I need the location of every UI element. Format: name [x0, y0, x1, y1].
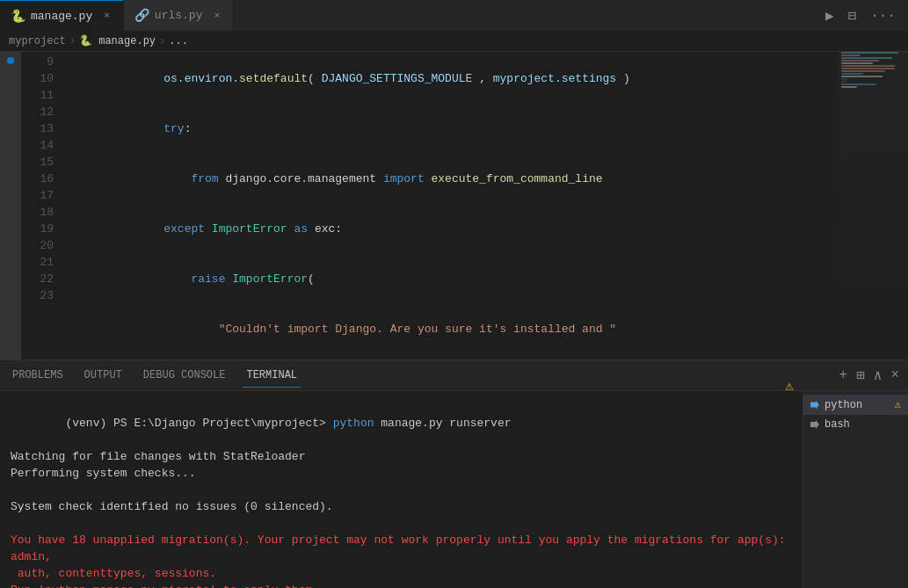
line-num-12: 12: [28, 104, 54, 120]
mini-line-9: [841, 73, 863, 75]
code-line-13: raise ImportError(: [68, 254, 838, 304]
mini-line-7: [841, 68, 895, 69]
code-line-11: from django.core.management import execu…: [68, 154, 838, 204]
minimap: [838, 52, 908, 359]
more-actions-icon[interactable]: ···: [867, 6, 899, 25]
breadcrumb: myproject › 🐍 manage.py › ...: [0, 31, 908, 52]
line-num-16: 16: [28, 171, 54, 187]
line-num-10: 10: [28, 70, 54, 87]
activity-bar: [0, 52, 21, 359]
terminal-warning-badge: ⚠: [895, 398, 901, 411]
tab-close-urls[interactable]: ×: [211, 10, 222, 22]
line-num-17: 17: [28, 187, 54, 204]
panel: PROBLEMS OUTPUT DEBUG CONSOLE TERMINAL +…: [0, 359, 908, 588]
split-icon[interactable]: ⊟: [845, 5, 861, 26]
terminal-line-2: Performing system checks...: [11, 465, 792, 482]
tab-close-manage[interactable]: ×: [101, 10, 113, 22]
mini-line-11: [841, 78, 847, 80]
line-num-9: 9: [28, 54, 54, 70]
tab-label-manage: manage.py: [31, 10, 92, 23]
terminal-sidebar-python-label: python: [824, 399, 862, 411]
panel-close-btn[interactable]: ×: [890, 367, 899, 383]
terminal-sidebar-bash-label: bash: [824, 418, 850, 431]
mini-line-8: [841, 70, 885, 72]
tab-debug-console[interactable]: DEBUG CONSOLE: [140, 364, 229, 388]
terminal-warning-icon: ⚠: [785, 391, 794, 395]
breadcrumb-sep-2: ›: [159, 35, 165, 47]
code-line-12: except ImportError as exc:: [68, 204, 838, 254]
code-line-10: try:: [68, 104, 838, 154]
mini-line-2: [841, 54, 861, 56]
code-line-9: os.environ.setdefault( DJANGO_SETTINGS_M…: [68, 54, 838, 104]
python-file-icon: 🐍: [11, 9, 25, 24]
line-num-15: 15: [28, 154, 54, 171]
tab-urls-py[interactable]: 🔗 urls.py ×: [124, 0, 234, 31]
terminal-sidebar-item-bash[interactable]: bash: [803, 415, 908, 434]
breadcrumb-more[interactable]: ...: [169, 35, 188, 47]
terminal-line-7: auth, contenttypes, sessions.: [11, 565, 792, 582]
tab-problems[interactable]: PROBLEMS: [9, 364, 67, 388]
terminal-command-keyword: python: [333, 417, 374, 430]
code-line-15: "available on your PYTHONPATH environmen…: [68, 354, 838, 359]
run-icon[interactable]: ▶: [822, 5, 838, 26]
panel-chevron-up-btn[interactable]: ∧: [874, 367, 883, 384]
terminal-sidebar-item-python[interactable]: python ⚠: [803, 395, 908, 415]
panel-add-btn[interactable]: +: [839, 367, 848, 383]
terminal-line-1: Watching for file changes with StatReloa…: [11, 448, 792, 465]
code-content: 9 10 11 12 13 14 15 16 17 18 19 20 21 22…: [21, 52, 908, 359]
panel-body: (venv) PS E:\Django Project\myproject> p…: [0, 391, 908, 588]
terminal-bash-arrow-icon: [810, 420, 819, 429]
tab-manage-py[interactable]: 🐍 manage.py ×: [0, 0, 124, 31]
terminal-prompt-line: (venv) PS E:\Django Project\myproject> p…: [11, 398, 792, 448]
terminal-line-4: System check identified no issues (0 sil…: [11, 498, 792, 515]
panel-actions: + ⊞ ∧ ×: [839, 367, 900, 384]
minimap-lines: [841, 52, 904, 89]
terminal-prompt: (venv) PS E:\Django Project\myproject>: [65, 417, 332, 430]
code-lines: os.environ.setdefault( DJANGO_SETTINGS_M…: [61, 52, 838, 359]
line-num-13: 13: [28, 120, 54, 137]
line-num-11: 11: [28, 87, 54, 104]
terminal-line-3: [11, 482, 792, 498]
line-num-23: 23: [28, 287, 54, 304]
tab-terminal[interactable]: TERMINAL: [243, 364, 301, 388]
line-numbers: 9 10 11 12 13 14 15 16 17 18 19 20 21 22…: [21, 52, 61, 359]
panel-split-btn[interactable]: ⊞: [856, 367, 865, 384]
line-num-20: 20: [28, 237, 54, 254]
breadcrumb-py-icon: 🐍: [79, 35, 92, 47]
breadcrumb-file[interactable]: 🐍 manage.py: [79, 34, 156, 47]
mini-line-10: [841, 76, 883, 77]
mini-line-3: [841, 57, 892, 59]
tab-bar: 🐍 manage.py × 🔗 urls.py × ▶ ⊟ ···: [0, 0, 908, 31]
terminal-arrow-icon: [810, 401, 819, 410]
line-num-21: 21: [28, 254, 54, 271]
terminal-line-6: You have 18 unapplied migration(s). Your…: [11, 532, 792, 565]
mini-line-6: [841, 65, 895, 67]
terminal-line-8: Run 'python manage.py migrate' to apply …: [11, 582, 792, 588]
line-num-19: 19: [28, 221, 54, 237]
tab-bar-actions: ▶ ⊟ ···: [822, 5, 908, 26]
terminal-area[interactable]: (venv) PS E:\Django Project\myproject> p…: [0, 391, 803, 588]
mini-line-14: [841, 86, 857, 88]
python-file-icon-2: 🔗: [134, 8, 149, 23]
mini-line-1: [841, 52, 898, 54]
tab-output[interactable]: OUTPUT: [81, 364, 126, 388]
tab-label-urls: urls.py: [155, 9, 203, 22]
editor-area: 9 10 11 12 13 14 15 16 17 18 19 20 21 22…: [0, 52, 908, 359]
terminal-sidebar: python ⚠ bash: [803, 391, 908, 588]
breadcrumb-sep-1: ›: [69, 35, 76, 47]
terminal-command-rest: manage.py runserver: [374, 417, 511, 430]
code-editor[interactable]: 9 10 11 12 13 14 15 16 17 18 19 20 21 22…: [21, 52, 908, 359]
line-num-14: 14: [28, 137, 54, 154]
mini-line-5: [841, 62, 873, 64]
mini-line-4: [841, 60, 879, 62]
activity-dot: [7, 57, 14, 64]
minimap-content: [838, 52, 908, 359]
mini-line-13: [841, 83, 876, 85]
code-line-14: "Couldn't import Django. Are you sure it…: [68, 304, 838, 354]
breadcrumb-project[interactable]: myproject: [9, 35, 66, 47]
panel-tabs: PROBLEMS OUTPUT DEBUG CONSOLE TERMINAL +…: [0, 360, 908, 391]
line-num-22: 22: [28, 271, 54, 287]
terminal-line-5: [11, 515, 792, 532]
mini-line-12: [841, 81, 847, 83]
line-num-18: 18: [28, 204, 54, 221]
